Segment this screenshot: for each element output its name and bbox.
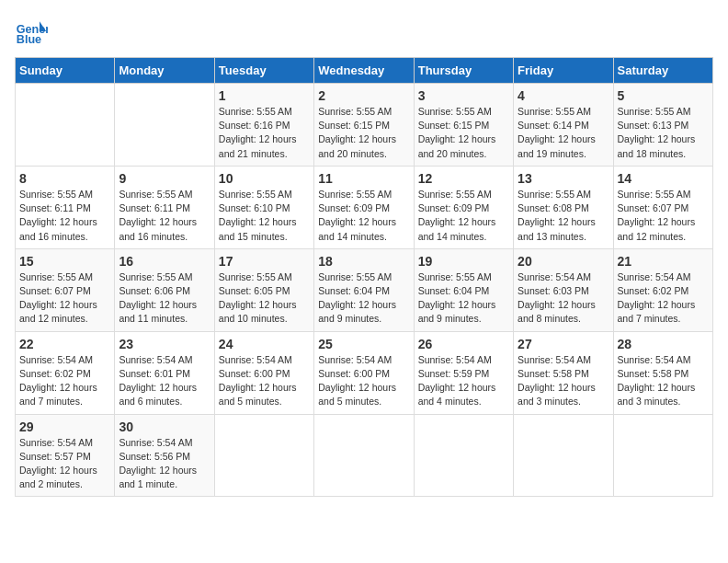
day-number: 19	[418, 254, 509, 269]
day-info: Sunrise: 5:55 AM Sunset: 6:07 PM Dayligh…	[19, 270, 110, 327]
day-info: Sunrise: 5:55 AM Sunset: 6:11 PM Dayligh…	[19, 188, 110, 244]
day-number: 16	[119, 254, 210, 269]
col-header-saturday: Saturday	[613, 58, 712, 84]
day-info: Sunrise: 5:55 AM Sunset: 6:15 PM Dayligh…	[318, 105, 409, 161]
empty-cell	[613, 414, 712, 497]
day-number: 2	[318, 88, 409, 103]
day-info: Sunrise: 5:55 AM Sunset: 6:09 PM Dayligh…	[318, 188, 409, 244]
day-info: Sunrise: 5:54 AM Sunset: 6:00 PM Dayligh…	[219, 353, 310, 409]
col-header-tuesday: Tuesday	[214, 58, 313, 84]
day-number: 27	[518, 337, 609, 351]
day-info: Sunrise: 5:54 AM Sunset: 5:56 PM Dayligh…	[119, 436, 210, 492]
day-cell-12: 12 Sunrise: 5:55 AM Sunset: 6:09 PM Dayl…	[414, 166, 513, 248]
day-cell-15: 15 Sunrise: 5:55 AM Sunset: 6:07 PM Dayl…	[16, 248, 115, 331]
day-info: Sunrise: 5:54 AM Sunset: 5:57 PM Dayligh…	[19, 436, 110, 492]
day-number: 25	[318, 337, 409, 351]
day-number: 30	[119, 419, 210, 434]
week-row-5: 29 Sunrise: 5:54 AM Sunset: 5:57 PM Dayl…	[16, 414, 713, 497]
day-info: Sunrise: 5:55 AM Sunset: 6:10 PM Dayligh…	[219, 188, 310, 244]
col-header-wednesday: Wednesday	[314, 58, 414, 84]
calendar-table: SundayMondayTuesdayWednesdayThursdayFrid…	[15, 57, 713, 497]
day-cell-26: 26 Sunrise: 5:54 AM Sunset: 5:59 PM Dayl…	[414, 331, 513, 414]
empty-cell	[16, 84, 115, 167]
day-cell-27: 27 Sunrise: 5:54 AM Sunset: 5:58 PM Dayl…	[514, 331, 613, 414]
week-row-3: 15 Sunrise: 5:55 AM Sunset: 6:07 PM Dayl…	[16, 248, 713, 331]
day-cell-19: 19 Sunrise: 5:55 AM Sunset: 6:04 PM Dayl…	[414, 248, 513, 331]
day-number: 14	[618, 171, 709, 186]
day-info: Sunrise: 5:55 AM Sunset: 6:04 PM Dayligh…	[318, 270, 409, 327]
day-info: Sunrise: 5:54 AM Sunset: 5:58 PM Dayligh…	[518, 353, 609, 409]
day-cell-28: 28 Sunrise: 5:54 AM Sunset: 5:58 PM Dayl…	[613, 331, 712, 414]
day-info: Sunrise: 5:55 AM Sunset: 6:11 PM Dayligh…	[119, 188, 210, 244]
day-cell-9: 9 Sunrise: 5:55 AM Sunset: 6:11 PM Dayli…	[115, 166, 214, 248]
day-cell-16: 16 Sunrise: 5:55 AM Sunset: 6:06 PM Dayl…	[115, 248, 214, 331]
day-cell-22: 22 Sunrise: 5:54 AM Sunset: 6:02 PM Dayl…	[16, 331, 115, 414]
day-number: 26	[418, 337, 509, 351]
day-cell-20: 20 Sunrise: 5:54 AM Sunset: 6:03 PM Dayl…	[514, 248, 613, 331]
col-header-sunday: Sunday	[16, 58, 115, 84]
day-number: 10	[219, 171, 310, 186]
day-number: 23	[119, 337, 210, 351]
day-number: 24	[219, 337, 310, 351]
day-info: Sunrise: 5:55 AM Sunset: 6:05 PM Dayligh…	[219, 270, 310, 327]
logo-icon: General Blue	[15, 15, 48, 48]
week-row-4: 22 Sunrise: 5:54 AM Sunset: 6:02 PM Dayl…	[16, 331, 713, 414]
day-info: Sunrise: 5:54 AM Sunset: 6:02 PM Dayligh…	[19, 353, 110, 409]
day-info: Sunrise: 5:55 AM Sunset: 6:07 PM Dayligh…	[618, 188, 709, 244]
col-header-monday: Monday	[115, 58, 214, 84]
day-number: 12	[418, 171, 509, 186]
day-cell-23: 23 Sunrise: 5:54 AM Sunset: 6:01 PM Dayl…	[115, 331, 214, 414]
day-info: Sunrise: 5:55 AM Sunset: 6:14 PM Dayligh…	[518, 105, 609, 161]
day-number: 17	[219, 254, 310, 269]
day-cell-17: 17 Sunrise: 5:55 AM Sunset: 6:05 PM Dayl…	[214, 248, 313, 331]
day-cell-4: 4 Sunrise: 5:55 AM Sunset: 6:14 PM Dayli…	[514, 84, 613, 167]
day-cell-14: 14 Sunrise: 5:55 AM Sunset: 6:07 PM Dayl…	[613, 166, 712, 248]
logo: General Blue	[15, 15, 55, 48]
day-cell-8: 8 Sunrise: 5:55 AM Sunset: 6:11 PM Dayli…	[16, 166, 115, 248]
col-header-friday: Friday	[514, 58, 613, 84]
day-info: Sunrise: 5:55 AM Sunset: 6:08 PM Dayligh…	[518, 188, 609, 244]
day-number: 4	[518, 88, 609, 103]
empty-cell	[115, 84, 214, 167]
day-number: 22	[19, 337, 110, 351]
day-number: 13	[518, 171, 609, 186]
day-info: Sunrise: 5:54 AM Sunset: 6:03 PM Dayligh…	[518, 270, 609, 327]
day-info: Sunrise: 5:54 AM Sunset: 6:02 PM Dayligh…	[618, 270, 709, 327]
day-cell-2: 2 Sunrise: 5:55 AM Sunset: 6:15 PM Dayli…	[314, 84, 414, 167]
empty-cell	[514, 414, 613, 497]
day-number: 18	[318, 254, 409, 269]
day-cell-10: 10 Sunrise: 5:55 AM Sunset: 6:10 PM Dayl…	[214, 166, 313, 248]
day-info: Sunrise: 5:55 AM Sunset: 6:06 PM Dayligh…	[119, 270, 210, 327]
empty-cell	[414, 414, 513, 497]
day-info: Sunrise: 5:54 AM Sunset: 5:59 PM Dayligh…	[418, 353, 509, 409]
day-cell-21: 21 Sunrise: 5:54 AM Sunset: 6:02 PM Dayl…	[613, 248, 712, 331]
day-number: 5	[618, 88, 709, 103]
week-row-2: 8 Sunrise: 5:55 AM Sunset: 6:11 PM Dayli…	[16, 166, 713, 248]
day-number: 11	[318, 171, 409, 186]
empty-cell	[214, 414, 313, 497]
day-info: Sunrise: 5:55 AM Sunset: 6:04 PM Dayligh…	[418, 270, 509, 327]
day-cell-5: 5 Sunrise: 5:55 AM Sunset: 6:13 PM Dayli…	[613, 84, 712, 167]
day-info: Sunrise: 5:54 AM Sunset: 6:01 PM Dayligh…	[119, 353, 210, 409]
day-number: 28	[618, 337, 709, 351]
day-number: 15	[19, 254, 110, 269]
day-number: 20	[518, 254, 609, 269]
day-number: 9	[119, 171, 210, 186]
day-cell-3: 3 Sunrise: 5:55 AM Sunset: 6:15 PM Dayli…	[414, 84, 513, 167]
day-cell-30: 30 Sunrise: 5:54 AM Sunset: 5:56 PM Dayl…	[115, 414, 214, 497]
week-row-1: 1 Sunrise: 5:55 AM Sunset: 6:16 PM Dayli…	[16, 84, 713, 167]
day-cell-11: 11 Sunrise: 5:55 AM Sunset: 6:09 PM Dayl…	[314, 166, 414, 248]
day-number: 1	[219, 88, 310, 103]
day-number: 3	[418, 88, 509, 103]
day-cell-24: 24 Sunrise: 5:54 AM Sunset: 6:00 PM Dayl…	[214, 331, 313, 414]
day-number: 21	[618, 254, 709, 269]
day-cell-29: 29 Sunrise: 5:54 AM Sunset: 5:57 PM Dayl…	[16, 414, 115, 497]
day-info: Sunrise: 5:55 AM Sunset: 6:16 PM Dayligh…	[219, 105, 310, 161]
day-info: Sunrise: 5:54 AM Sunset: 6:00 PM Dayligh…	[318, 353, 409, 409]
empty-cell	[314, 414, 414, 497]
col-header-thursday: Thursday	[414, 58, 513, 84]
day-cell-13: 13 Sunrise: 5:55 AM Sunset: 6:08 PM Dayl…	[514, 166, 613, 248]
day-info: Sunrise: 5:55 AM Sunset: 6:13 PM Dayligh…	[618, 105, 709, 161]
day-number: 8	[19, 171, 110, 186]
page-header: General Blue	[15, 15, 713, 48]
